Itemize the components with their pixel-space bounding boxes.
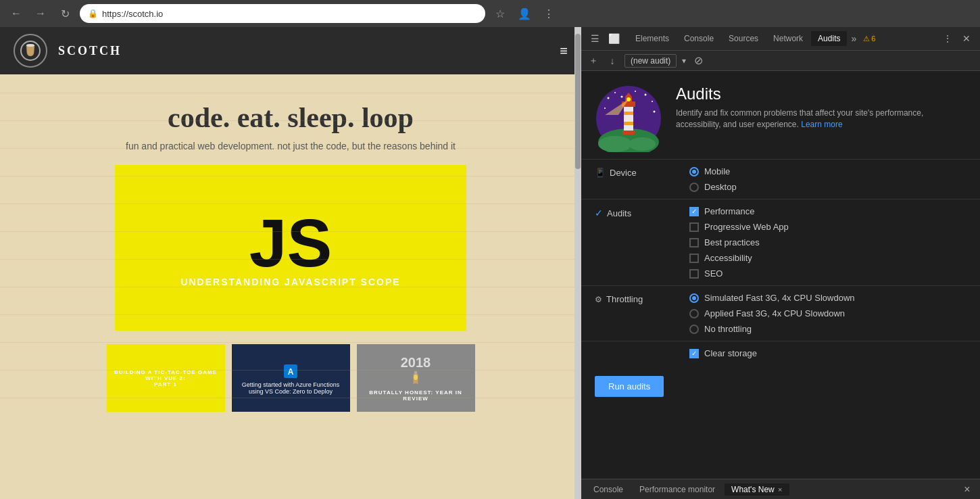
lighthouse-info: Audits Identify and fix common problems …	[676, 85, 966, 130]
audits-panel-description: Identify and fix common problems that af…	[676, 108, 966, 130]
audit-pwa-option[interactable]: Progressive Web App	[689, 222, 966, 232]
throttling-options: Simulated Fast 3G, 4x CPU Slowdown Appli…	[689, 293, 966, 334]
cup-icon	[22, 43, 39, 59]
thumbnail-2[interactable]: A Getting started with Azure Functions u…	[232, 344, 350, 412]
thumb-2-title: Getting started with Azure Functions usi…	[237, 381, 345, 395]
forward-button[interactable]: →	[31, 4, 50, 23]
reload-button[interactable]: ↻	[55, 4, 74, 23]
throttling-simulated-radio[interactable]	[689, 293, 699, 303]
throttling-label: ⚙ Throttling	[595, 293, 676, 304]
audit-accessibility-option[interactable]: Accessibility	[689, 253, 966, 263]
audits-label: ✓ Audits	[595, 206, 676, 218]
audit-pwa-label: Progressive Web App	[704, 222, 789, 232]
scrollbar[interactable]	[574, 27, 581, 499]
bottom-tab-performance-monitor[interactable]: Performance monitor	[633, 483, 722, 496]
clear-storage-label: Clear storage	[704, 348, 757, 358]
dt-overflow-button[interactable]: ⋮	[939, 30, 956, 47]
dt-cancel-button[interactable]: ⊘	[691, 54, 705, 68]
dt-device-button[interactable]: ⬜	[606, 30, 622, 47]
devtools-tabbar: ☰ ⬜ Elements Console Sources Network Aud…	[581, 27, 980, 51]
run-audits-button[interactable]: Run audits	[595, 376, 664, 397]
dt-download-button[interactable]: ↓	[606, 54, 619, 68]
throttling-applied-option[interactable]: Applied Fast 3G, 4x CPU Slowdown	[689, 308, 966, 318]
tab-console[interactable]: Console	[677, 31, 720, 46]
dt-close-button[interactable]: ✕	[958, 30, 975, 47]
device-desktop-label: Desktop	[704, 182, 737, 192]
scotch-header: SCOTCH ≡	[0, 27, 581, 74]
tab-elements[interactable]: Elements	[629, 31, 676, 46]
audit-best-practices-label: Best practices	[704, 237, 760, 247]
dt-new-audit-button[interactable]: (new audit)	[624, 54, 677, 68]
thumb-1-text-top: BUILDING A TIC-TAC-TOE GAME WITH VUE 2:	[107, 369, 225, 381]
bottom-bar: Console Performance monitor What's New ×…	[581, 479, 980, 499]
scotch-menu-icon[interactable]: ≡	[560, 43, 568, 59]
audit-performance-checkbox[interactable]	[689, 207, 699, 216]
learn-more-link[interactable]: Learn more	[801, 120, 842, 129]
close-panel-button[interactable]: ×	[960, 482, 975, 497]
svg-rect-19	[624, 105, 633, 132]
audit-performance-option[interactable]: Performance	[689, 206, 966, 216]
device-mobile-option[interactable]: Mobile	[689, 166, 966, 176]
dt-inspect-button[interactable]: ☰	[587, 30, 603, 47]
clear-storage-section: Clear storage	[581, 341, 980, 365]
svg-point-17	[598, 136, 632, 152]
tab-sources[interactable]: Sources	[722, 31, 765, 46]
device-desktop-radio[interactable]	[689, 183, 699, 192]
device-mobile-radio[interactable]	[689, 167, 699, 176]
audits-options: Performance Progressive Web App Best pra…	[689, 206, 966, 279]
devtools-panel: ☰ ⬜ Elements Console Sources Network Aud…	[581, 27, 980, 499]
back-button[interactable]: ←	[7, 4, 26, 23]
warning-badge: ⚠ 6	[863, 34, 875, 43]
audit-best-practices-checkbox[interactable]	[689, 238, 699, 247]
warning-count: 6	[871, 34, 875, 43]
throttling-none-option[interactable]: No throttling	[689, 324, 966, 334]
thumbnail-1[interactable]: BUILDING A TIC-TAC-TOE GAME WITH VUE 2: …	[107, 344, 225, 412]
dt-dropdown-arrow[interactable]: ▾	[682, 56, 686, 66]
bottom-tab-whats-new-close[interactable]: ×	[778, 485, 782, 494]
checkmark-icon: ✓	[595, 208, 603, 218]
svg-point-5	[412, 383, 419, 387]
device-mobile-label: Mobile	[704, 166, 730, 176]
clear-storage-label-spacer	[595, 348, 676, 350]
audit-pwa-checkbox[interactable]	[689, 222, 699, 232]
svg-rect-21	[624, 122, 633, 125]
device-desktop-option[interactable]: Desktop	[689, 182, 966, 192]
clear-storage-option[interactable]: Clear storage	[689, 348, 966, 358]
thumb-3-year: 2018	[401, 355, 431, 371]
tab-audits[interactable]: Audits	[811, 31, 847, 46]
thumbnail-3[interactable]: 2018 Brutally Honest: Year in Review	[357, 344, 475, 412]
svg-point-0	[26, 44, 34, 47]
svg-point-10	[621, 96, 623, 98]
device-label: 📱 Device	[595, 166, 676, 178]
audit-seo-option[interactable]: SEO	[689, 268, 966, 279]
address-bar[interactable]: 🔒 https://scotch.io	[80, 4, 485, 23]
dt-add-button[interactable]: ＋	[587, 54, 600, 68]
featured-title: UNDERSTANDING JAVASCRIPT SCOPE	[180, 277, 400, 287]
throttling-simulated-option[interactable]: Simulated Fast 3G, 4x CPU Slowdown	[689, 293, 966, 303]
audit-seo-checkbox[interactable]	[689, 269, 699, 279]
svg-point-13	[635, 91, 636, 92]
throttling-simulated-label: Simulated Fast 3G, 4x CPU Slowdown	[704, 293, 855, 303]
bottom-tab-whats-new[interactable]: What's New ×	[725, 483, 789, 496]
account-button[interactable]: 👤	[515, 4, 534, 23]
more-tabs-icon[interactable]: »	[851, 33, 856, 44]
lighthouse-logo	[595, 85, 662, 152]
scotch-logo[interactable]	[14, 34, 47, 68]
audit-best-practices-option[interactable]: Best practices	[689, 237, 966, 247]
throttling-none-radio[interactable]	[689, 325, 699, 334]
throttling-none-label: No throttling	[704, 324, 752, 334]
dt-icon-group: ☰ ⬜	[587, 30, 622, 47]
browser-menu-button[interactable]: ⋮	[539, 4, 558, 23]
audit-accessibility-checkbox[interactable]	[689, 254, 699, 263]
featured-card[interactable]: JS UNDERSTANDING JAVASCRIPT SCOPE	[115, 165, 466, 331]
clear-storage-checkbox[interactable]	[689, 349, 699, 358]
svg-rect-4	[414, 371, 417, 374]
lock-icon: 🔒	[88, 9, 98, 18]
bottom-tab-console[interactable]: Console	[587, 483, 630, 496]
throttling-applied-radio[interactable]	[689, 309, 699, 318]
svg-point-9	[614, 92, 616, 93]
clear-storage-options: Clear storage	[689, 348, 966, 358]
star-button[interactable]: ☆	[491, 4, 510, 23]
device-options: Mobile Desktop	[689, 166, 966, 192]
tab-network[interactable]: Network	[766, 31, 810, 46]
